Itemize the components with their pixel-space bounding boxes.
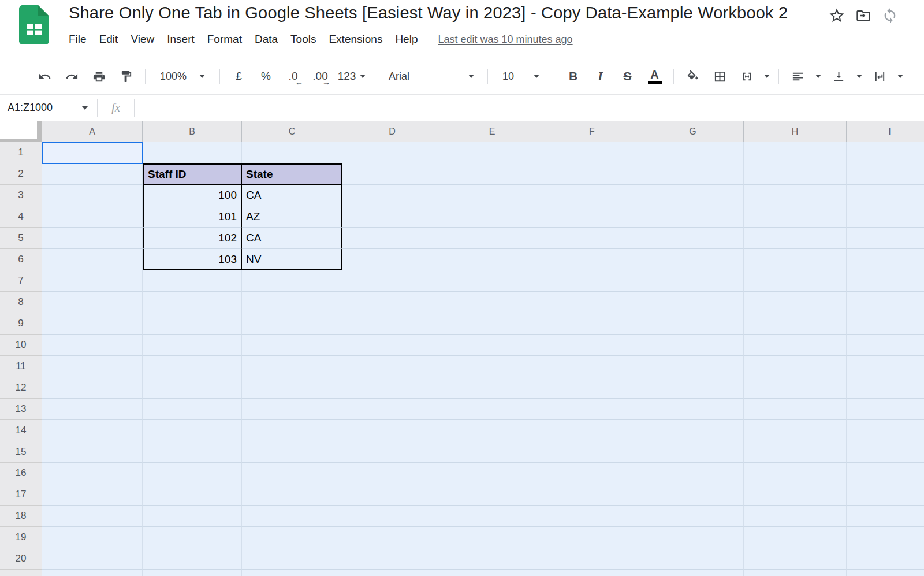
last-edit-link[interactable]: Last edit was 10 minutes ago xyxy=(438,34,572,46)
cell-F15[interactable] xyxy=(542,441,642,463)
cell-B16[interactable] xyxy=(143,463,242,484)
horizontal-align-menu-button[interactable] xyxy=(811,64,825,88)
cell-I18[interactable] xyxy=(847,506,924,527)
row-header-7[interactable]: 7 xyxy=(0,270,42,292)
cell-H8[interactable] xyxy=(744,292,847,313)
row-header-13[interactable]: 13 xyxy=(0,399,42,420)
cell-A5[interactable] xyxy=(42,228,143,249)
cell-I21[interactable] xyxy=(847,570,924,576)
cell-H17[interactable] xyxy=(744,484,847,506)
cell-E12[interactable] xyxy=(442,377,542,399)
borders-button[interactable] xyxy=(706,64,733,88)
format-currency-button[interactable]: £ xyxy=(225,64,252,88)
cell-C7[interactable] xyxy=(242,270,342,292)
cell-D9[interactable] xyxy=(342,313,442,335)
select-all-corner[interactable] xyxy=(0,121,42,142)
cell-F16[interactable] xyxy=(542,463,642,484)
cell-D6[interactable] xyxy=(342,249,442,270)
cell-D8[interactable] xyxy=(342,292,442,313)
cell-C19[interactable] xyxy=(242,527,342,548)
cell-E2[interactable] xyxy=(442,163,542,185)
cell-I13[interactable] xyxy=(847,399,924,420)
cell-B6[interactable]: 103 xyxy=(143,249,242,270)
row-header-10[interactable]: 10 xyxy=(0,335,42,356)
cell-F10[interactable] xyxy=(542,335,642,356)
document-title[interactable]: Share Only One Tab in Google Sheets [Eas… xyxy=(69,3,788,23)
cell-C2[interactable]: State xyxy=(242,163,342,185)
cell-C15[interactable] xyxy=(242,441,342,463)
cell-F12[interactable] xyxy=(542,377,642,399)
cell-G2[interactable] xyxy=(642,163,744,185)
cell-B15[interactable] xyxy=(143,441,242,463)
cell-E3[interactable] xyxy=(442,185,542,206)
cell-D4[interactable] xyxy=(342,206,442,228)
cell-C13[interactable] xyxy=(242,399,342,420)
font-family-select[interactable]: Arial xyxy=(381,70,482,83)
cell-B17[interactable] xyxy=(143,484,242,506)
merge-cells-menu-button[interactable] xyxy=(761,64,773,88)
menu-help[interactable]: Help xyxy=(389,31,424,47)
cell-A20[interactable] xyxy=(42,548,143,570)
cell-A19[interactable] xyxy=(42,527,143,548)
row-header-15[interactable]: 15 xyxy=(0,441,42,463)
cell-F7[interactable] xyxy=(542,270,642,292)
row-header-16[interactable]: 16 xyxy=(0,463,42,484)
cell-I19[interactable] xyxy=(847,527,924,548)
cell-G21[interactable] xyxy=(642,570,744,576)
row-header-14[interactable]: 14 xyxy=(0,420,42,441)
row-header-17[interactable]: 17 xyxy=(0,484,42,506)
cell-A11[interactable] xyxy=(42,356,143,377)
cell-D2[interactable] xyxy=(342,163,442,185)
cell-C9[interactable] xyxy=(242,313,342,335)
cell-G6[interactable] xyxy=(642,249,744,270)
cell-E18[interactable] xyxy=(442,506,542,527)
cell-G11[interactable] xyxy=(642,356,744,377)
bold-button[interactable]: B xyxy=(560,64,587,88)
cell-A6[interactable] xyxy=(42,249,143,270)
star-icon[interactable] xyxy=(828,7,845,24)
cell-B14[interactable] xyxy=(143,420,242,441)
cell-I6[interactable] xyxy=(847,249,924,270)
cell-H19[interactable] xyxy=(744,527,847,548)
cell-H11[interactable] xyxy=(744,356,847,377)
cell-B18[interactable] xyxy=(143,506,242,527)
cell-H2[interactable] xyxy=(744,163,847,185)
cell-E6[interactable] xyxy=(442,249,542,270)
vertical-align-button[interactable] xyxy=(825,64,852,88)
cell-E4[interactable] xyxy=(442,206,542,228)
column-header-G[interactable]: G xyxy=(642,121,744,142)
row-header-5[interactable]: 5 xyxy=(0,228,42,249)
cell-H18[interactable] xyxy=(744,506,847,527)
cell-I10[interactable] xyxy=(847,335,924,356)
text-color-button[interactable]: A xyxy=(641,64,668,88)
cell-F2[interactable] xyxy=(542,163,642,185)
cell-I8[interactable] xyxy=(847,292,924,313)
cell-H12[interactable] xyxy=(744,377,847,399)
cell-D11[interactable] xyxy=(342,356,442,377)
zoom-select[interactable]: 100% xyxy=(151,70,214,83)
cell-B13[interactable] xyxy=(143,399,242,420)
cell-D5[interactable] xyxy=(342,228,442,249)
menu-view[interactable]: View xyxy=(124,31,161,47)
cell-D18[interactable] xyxy=(342,506,442,527)
cell-B5[interactable]: 102 xyxy=(143,228,242,249)
cell-B4[interactable]: 101 xyxy=(143,206,242,228)
cell-F17[interactable] xyxy=(542,484,642,506)
move-to-folder-icon[interactable] xyxy=(855,7,872,24)
cell-C5[interactable]: CA xyxy=(242,228,342,249)
cell-H6[interactable] xyxy=(744,249,847,270)
cell-H7[interactable] xyxy=(744,270,847,292)
cell-C10[interactable] xyxy=(242,335,342,356)
sync-status-icon[interactable] xyxy=(881,7,899,24)
column-header-D[interactable]: D xyxy=(342,121,442,142)
cell-D12[interactable] xyxy=(342,377,442,399)
cell-I12[interactable] xyxy=(847,377,924,399)
cell-E16[interactable] xyxy=(442,463,542,484)
row-header-8[interactable]: 8 xyxy=(0,292,42,313)
cell-G1[interactable] xyxy=(642,142,744,163)
cell-C8[interactable] xyxy=(242,292,342,313)
cell-G9[interactable] xyxy=(642,313,744,335)
cell-E14[interactable] xyxy=(442,420,542,441)
cell-C1[interactable] xyxy=(242,142,342,163)
row-header-18[interactable]: 18 xyxy=(0,506,42,527)
